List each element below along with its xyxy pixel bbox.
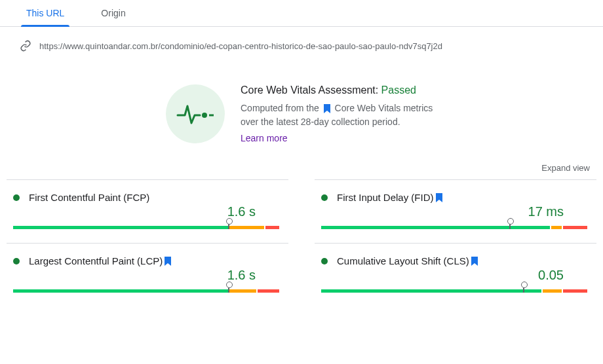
marker [228,285,229,293]
marker [228,222,229,229]
metric-value: 1.6 s [13,268,282,283]
metric-header: Cumulative Layout Shift (CLS) [321,255,590,266]
marker [523,285,524,293]
bookmark-icon [323,104,331,113]
distribution-bar [321,226,590,231]
url-text: https://www.quintoandar.com.br/condomini… [39,41,442,51]
distribution-bar [321,289,590,295]
metric-value: 0.05 [321,268,590,283]
distribution-bar [13,289,282,295]
metric-name: First Input Delay (FID) [337,192,434,203]
metric-value: 1.6 s [13,204,282,219]
bookmark-icon [164,257,172,266]
status-dot [321,194,328,201]
tab-origin[interactable]: Origin [96,0,130,26]
metric-name: First Contentful Paint (FCP) [29,192,149,203]
metric-name: Largest Contentful Paint (LCP) [29,255,163,266]
assessment-status: Passed [381,84,416,96]
bookmark-icon [435,193,443,202]
metric-header: First Contentful Paint (FCP) [13,192,282,203]
metric-header: First Input Delay (FID) [321,192,590,203]
learn-more-link[interactable]: Learn more [241,133,437,143]
svg-rect-1 [209,115,214,117]
assessment-title: Core Web Vitals Assessment: Passed [241,84,437,96]
status-dot [13,258,20,264]
link-icon [20,40,31,52]
distribution-bar [13,226,282,231]
tab-this-url[interactable]: This URL [21,0,69,26]
assessment-text: Core Web Vitals Assessment: Passed Compu… [241,84,437,143]
bookmark-icon [471,257,478,266]
pulse-icon [166,84,225,143]
svg-point-0 [202,113,207,118]
status-dot [321,258,328,264]
metric-header: Largest Contentful Paint (LCP) [13,255,282,266]
marker [509,222,511,229]
metric-value: 17 ms [321,204,590,219]
status-dot [13,194,20,201]
metrics-grid: First Contentful Paint (FCP) 1.6 sFirst … [0,179,603,306]
metric-card: Cumulative Layout Shift (CLS) 0.05 [315,243,596,306]
assessment-description: Computed from the Core Web Vitals metric… [241,101,437,129]
url-bar: https://www.quintoandar.com.br/condomini… [7,33,596,58]
metric-name: Cumulative Layout Shift (CLS) [337,255,469,266]
metric-card: Largest Contentful Paint (LCP) 1.6 s [7,243,288,306]
tabs: This URL Origin [0,0,603,27]
metric-card: First Contentful Paint (FCP) 1.6 s [7,179,288,244]
expand-view-link[interactable]: Expand view [0,163,603,179]
metric-card: First Input Delay (FID) 17 ms [315,179,596,244]
assessment-section: Core Web Vitals Assessment: Passed Compu… [0,58,603,163]
